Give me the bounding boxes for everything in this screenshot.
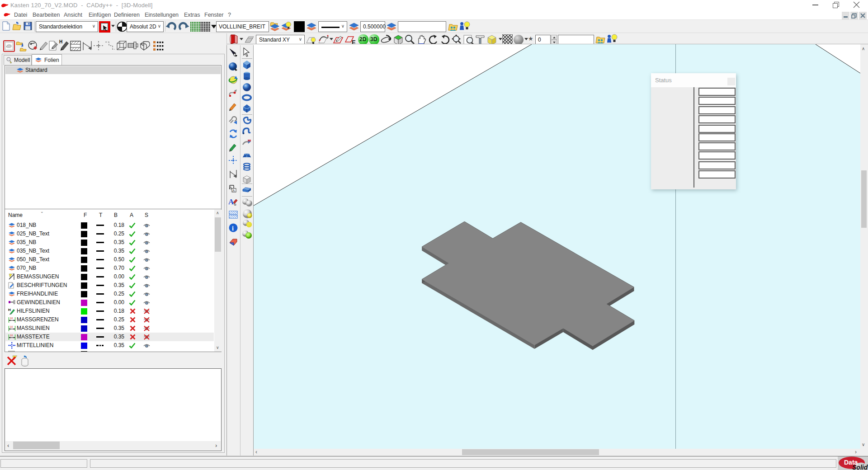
svg-text:10: 10 — [10, 334, 13, 337]
svg-text:A: A — [228, 197, 234, 206]
svg-text:H: H — [59, 39, 62, 44]
svg-text:b: b — [234, 202, 236, 206]
svg-text:H: H — [8, 308, 11, 312]
svg-text:A: A — [233, 189, 235, 192]
svg-text:Solid: Solid — [852, 464, 868, 470]
svg-text:i: i — [232, 225, 234, 232]
svg-text:10: 10 — [10, 325, 13, 328]
svg-text:10: 10 — [10, 317, 13, 320]
